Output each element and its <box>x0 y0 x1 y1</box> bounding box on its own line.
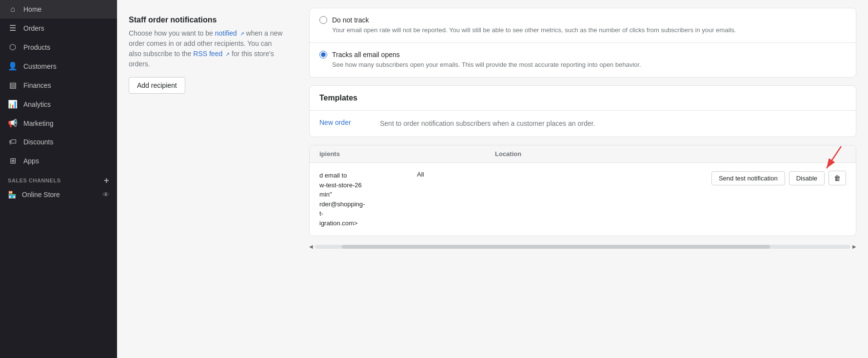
sidebar-item-analytics[interactable]: 📊 Analytics <box>0 95 117 114</box>
sidebar-item-customers[interactable]: 👤 Customers <box>0 57 117 76</box>
analytics-icon: 📊 <box>8 99 18 109</box>
cell-location: All <box>417 171 711 178</box>
orders-icon: ☰ <box>8 23 18 33</box>
customers-icon: 👤 <box>8 61 18 71</box>
rss-feed-link[interactable]: RSS feed ↗ <box>193 50 230 58</box>
sidebar-label-online-store: Online Store <box>22 191 60 199</box>
col-recipients: ipients <box>319 150 495 158</box>
col-actions <box>671 150 846 158</box>
trash-icon: 🗑 <box>834 174 841 182</box>
sidebar-label-analytics: Analytics <box>23 100 51 108</box>
scroll-left-button[interactable]: ◀ <box>309 244 313 249</box>
sidebar-label-apps: Apps <box>23 157 39 165</box>
sidebar-label-customers: Customers <box>23 62 57 70</box>
desc-text-1: Choose how you want to be <box>129 29 215 37</box>
sidebar-label-finances: Finances <box>23 81 51 89</box>
sidebar-item-apps[interactable]: ⊞ Apps <box>0 151 117 170</box>
finances-icon: ▤ <box>8 80 18 90</box>
table-row: d email to w-test-store-26 min" rder@sho… <box>310 163 856 236</box>
notified-link[interactable]: notified ↗ <box>215 29 244 37</box>
table-row-wrapper: d email to w-test-store-26 min" rder@sho… <box>310 163 856 236</box>
tracks-all-label: Tracks all email opens <box>332 51 400 59</box>
home-icon: ⌂ <box>8 5 18 14</box>
staff-notifications-panel: Staff order notifications Choose how you… <box>117 0 297 358</box>
horizontal-scrollbar-area: ◀ ▶ <box>297 244 868 253</box>
sales-channels-section: SALES CHANNELS + <box>0 170 117 187</box>
sidebar-item-online-store[interactable]: 🏪 Online Store 👁 <box>0 187 117 202</box>
sidebar-item-home[interactable]: ⌂ Home <box>0 0 117 19</box>
scroll-right-button[interactable]: ▶ <box>852 244 856 249</box>
do-not-track-desc: Your email open rate will not be reporte… <box>319 26 846 35</box>
add-recipient-button[interactable]: Add recipient <box>129 77 185 94</box>
main-content: Staff order notifications Choose how you… <box>117 0 868 358</box>
new-order-desc: Sent to order notification subscribers w… <box>380 119 595 129</box>
apps-icon: ⊞ <box>8 156 18 165</box>
tracking-options-card: Do not track Your email open rate will n… <box>309 8 856 78</box>
sidebar-item-marketing[interactable]: 📢 Marketing <box>0 114 117 133</box>
scroll-track[interactable] <box>315 245 850 249</box>
col-location: Location <box>495 150 671 158</box>
discounts-icon: 🏷 <box>8 138 18 146</box>
recipients-card: ipients Location d email to w-test-store… <box>309 145 856 236</box>
new-order-link[interactable]: New order <box>319 119 368 126</box>
cell-actions: Send test notification Disable 🗑 <box>711 171 846 185</box>
content-area: Staff order notifications Choose how you… <box>117 0 868 358</box>
tracks-all-desc: See how many subscribers open your email… <box>319 60 846 69</box>
templates-card: Templates New order Sent to order notifi… <box>309 85 856 137</box>
templates-row: New order Sent to order notification sub… <box>310 111 856 137</box>
do-not-track-option: Do not track Your email open rate will n… <box>310 8 856 43</box>
sidebar-label-discounts: Discounts <box>23 138 53 146</box>
tracks-all-radio[interactable] <box>319 51 327 59</box>
eye-icon: 👁 <box>102 191 109 199</box>
sidebar-label-home: Home <box>23 5 41 13</box>
staff-notifications-title: Staff order notifications <box>129 16 286 24</box>
add-sales-channel-button[interactable]: + <box>104 176 109 185</box>
products-icon: ⬡ <box>8 42 18 52</box>
right-panel: Do not track Your email open rate will n… <box>297 0 868 358</box>
disable-button[interactable]: Disable <box>789 171 825 185</box>
sidebar-label-orders: Orders <box>23 24 44 32</box>
do-not-track-radio[interactable] <box>319 16 327 24</box>
sidebar: ⌂ Home ☰ Orders ⬡ Products 👤 Customers ▤… <box>0 0 117 358</box>
table-header: ipients Location <box>310 145 856 163</box>
sidebar-item-discounts[interactable]: 🏷 Discounts <box>0 133 117 151</box>
scroll-thumb[interactable] <box>342 245 770 249</box>
sales-channels-label: SALES CHANNELS <box>8 178 61 183</box>
marketing-icon: 📢 <box>8 119 18 128</box>
sidebar-item-finances[interactable]: ▤ Finances <box>0 76 117 95</box>
do-not-track-label: Do not track <box>332 16 369 24</box>
tracks-all-option: Tracks all email opens See how many subs… <box>310 43 856 77</box>
sidebar-item-orders[interactable]: ☰ Orders <box>0 19 117 38</box>
sidebar-item-products[interactable]: ⬡ Products <box>0 38 117 57</box>
delete-button[interactable]: 🗑 <box>829 171 846 185</box>
sidebar-label-marketing: Marketing <box>23 119 53 127</box>
send-test-notification-button[interactable]: Send test notification <box>711 171 785 185</box>
cell-recipient-text: d email to w-test-store-26 min" rder@sho… <box>319 171 417 228</box>
staff-notifications-desc: Choose how you want to be notified ↗ whe… <box>129 28 286 69</box>
online-store-icon: 🏪 <box>8 191 16 199</box>
sidebar-label-products: Products <box>23 43 50 51</box>
templates-card-title: Templates <box>310 86 856 111</box>
